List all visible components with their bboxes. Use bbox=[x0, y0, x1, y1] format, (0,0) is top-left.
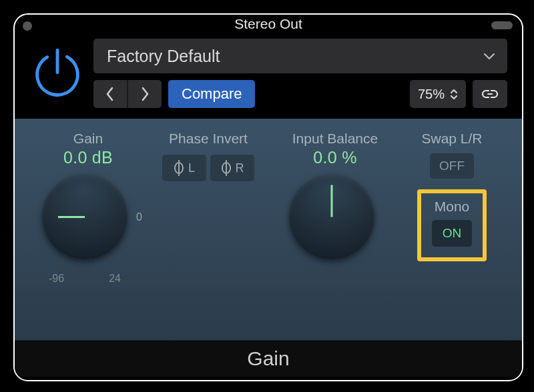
gain-value: 0.0 dB bbox=[63, 148, 113, 167]
phase-invert-section: Phase Invert L R bbox=[148, 131, 268, 340]
chevron-down-icon bbox=[483, 52, 495, 60]
next-preset-button[interactable] bbox=[127, 80, 162, 108]
chevron-right-icon bbox=[140, 87, 150, 101]
gain-scale-max: 24 bbox=[109, 273, 121, 285]
plugin-window: Stereo Out Factory Default bbox=[13, 13, 523, 381]
zoom-stepper-arrows bbox=[450, 89, 458, 100]
swap-title: Swap L/R bbox=[421, 131, 482, 147]
balance-title: Input Balance bbox=[292, 131, 378, 147]
header-controls: Factory Default Compare 75% bbox=[15, 33, 522, 119]
power-button[interactable] bbox=[21, 39, 93, 108]
plugin-name: Gain bbox=[247, 347, 289, 370]
compare-button[interactable]: Compare bbox=[168, 80, 255, 108]
title-bar: Stereo Out bbox=[15, 15, 522, 33]
input-balance-section: Input Balance 0.0 % bbox=[268, 131, 402, 340]
gain-knob[interactable]: 0 -96 24 bbox=[38, 174, 138, 281]
footer: Gain bbox=[15, 340, 522, 377]
phase-icon bbox=[174, 161, 184, 175]
gain-section: Gain 0.0 dB 0 -96 24 bbox=[28, 131, 148, 340]
mono-button[interactable]: ON bbox=[432, 220, 472, 247]
preset-nav bbox=[93, 80, 162, 108]
zoom-stepper[interactable]: 75% bbox=[410, 80, 466, 108]
zoom-value: 75% bbox=[418, 87, 445, 102]
window-control-dot[interactable] bbox=[23, 21, 32, 31]
swap-lr-button[interactable]: OFF bbox=[430, 153, 474, 179]
gain-title: Gain bbox=[73, 131, 103, 147]
link-icon bbox=[481, 87, 499, 101]
gain-scale-min: -96 bbox=[49, 273, 64, 285]
right-controls: Swap L/R OFF Mono ON bbox=[402, 131, 502, 340]
plugin-body: Gain 0.0 dB 0 -96 24 Phase Invert L bbox=[15, 119, 522, 340]
prev-preset-button[interactable] bbox=[93, 80, 127, 108]
phase-invert-right-button[interactable]: R bbox=[210, 155, 254, 181]
phase-left-label: L bbox=[188, 161, 195, 175]
phase-right-label: R bbox=[236, 161, 244, 175]
balance-value: 0.0 % bbox=[313, 148, 356, 167]
phase-title: Phase Invert bbox=[169, 131, 248, 147]
link-button[interactable] bbox=[473, 80, 507, 108]
header-controls-column: Factory Default Compare 75% bbox=[93, 39, 515, 108]
swap-state-label: OFF bbox=[439, 159, 465, 173]
phase-invert-left-button[interactable]: L bbox=[162, 155, 206, 181]
preset-dropdown[interactable]: Factory Default bbox=[93, 39, 507, 73]
balance-knob[interactable] bbox=[285, 174, 385, 281]
mono-title: Mono bbox=[435, 199, 470, 215]
mono-state-label: ON bbox=[443, 226, 462, 241]
phase-icon bbox=[221, 161, 232, 175]
gain-zero-tick: 0 bbox=[136, 211, 142, 223]
window-pill-icon[interactable] bbox=[491, 21, 513, 29]
preset-name: Factory Default bbox=[107, 47, 220, 66]
window-title: Stereo Out bbox=[234, 16, 302, 32]
mono-highlight-box: Mono ON bbox=[417, 189, 487, 261]
chevron-down-icon bbox=[450, 95, 458, 100]
chevron-up-icon bbox=[450, 89, 458, 94]
chevron-left-icon bbox=[105, 87, 115, 101]
compare-label: Compare bbox=[182, 85, 242, 103]
power-icon bbox=[31, 43, 84, 101]
